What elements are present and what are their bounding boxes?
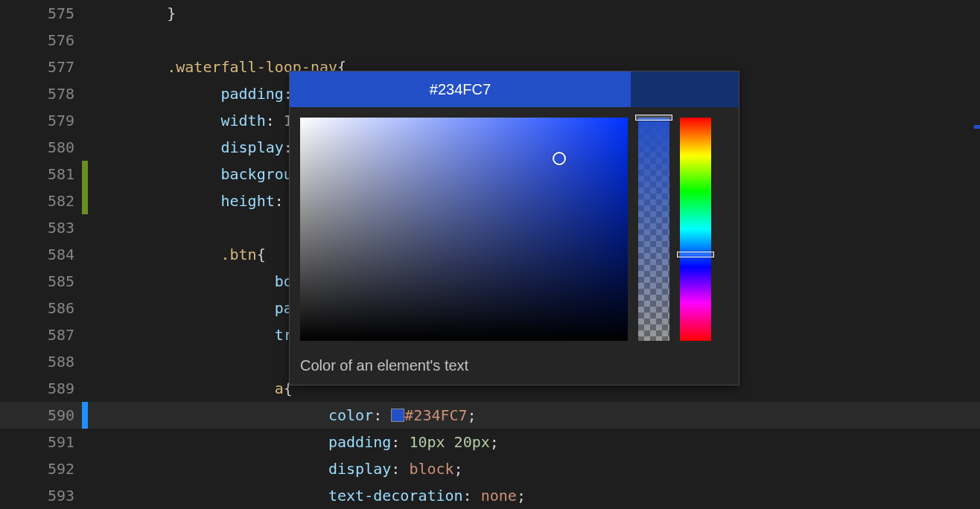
token: ;: [490, 433, 499, 451]
line-number: 580: [0, 138, 82, 156]
line-number: 592: [0, 460, 82, 478]
code-line[interactable]: 575 }: [0, 0, 980, 27]
color-picker-hex-value[interactable]: #234FC7: [290, 71, 631, 107]
line-number: 578: [0, 85, 82, 103]
token: padding: [328, 433, 391, 451]
token: ;: [517, 487, 526, 505]
token: display: [221, 138, 284, 156]
line-number: 588: [0, 353, 82, 371]
color-swatch-icon[interactable]: [391, 409, 404, 422]
token: width: [221, 112, 266, 129]
color-picker-description: Color of an element's text: [290, 351, 739, 385]
gutter-marker: [82, 54, 88, 80]
line-number: 581: [0, 165, 82, 183]
hue-slider[interactable]: [680, 118, 711, 341]
alpha-handle-icon[interactable]: [635, 115, 672, 121]
gutter-marker: [82, 214, 88, 241]
token: a: [275, 380, 284, 397]
token: height: [221, 192, 275, 210]
token: :: [373, 406, 391, 424]
token: :: [463, 487, 481, 505]
token: color: [328, 406, 373, 424]
token: none: [481, 487, 517, 505]
token: :: [391, 460, 409, 478]
gutter-marker: [82, 134, 88, 161]
gutter-marker: [82, 321, 88, 348]
token: text-decoration: [328, 487, 463, 505]
gutter-marker: [82, 429, 88, 455]
color-picker-popup: #234FC7 Color of an element's text: [289, 71, 739, 385]
line-number: 579: [0, 112, 82, 129]
gutter-marker: [82, 455, 88, 482]
token: ;: [468, 406, 477, 424]
saturation-handle-icon[interactable]: [553, 152, 566, 165]
line-number: 593: [0, 487, 82, 505]
token: 20px: [454, 433, 490, 451]
line-number: 590: [0, 406, 82, 424]
code-line[interactable]: 592 display: block;: [0, 455, 980, 482]
token: block: [409, 460, 454, 478]
line-number: 582: [0, 192, 82, 210]
gutter-marker: [82, 161, 88, 188]
token: .btn: [221, 246, 257, 263]
gutter-marker: [82, 375, 88, 402]
gutter-marker: [82, 27, 88, 54]
gutter-marker: [82, 482, 88, 509]
token: display: [328, 460, 391, 478]
line-number: 589: [0, 380, 82, 397]
gutter-marker: [82, 348, 88, 375]
color-picker-header-accent: [631, 71, 739, 107]
line-number: 591: [0, 433, 82, 451]
hue-handle-icon[interactable]: [677, 252, 714, 257]
gutter-marker: [82, 295, 88, 321]
code-content[interactable]: display: block;: [113, 460, 980, 478]
line-number: 585: [0, 272, 82, 290]
token: #234FC7: [404, 406, 467, 424]
code-editor[interactable]: 575 }576577 .waterfall-loop-nav{578 padd…: [0, 0, 980, 509]
code-line[interactable]: 593 text-decoration: none;: [0, 482, 980, 509]
gutter-marker: [82, 188, 88, 214]
gutter-marker: [82, 268, 88, 295]
line-number: 584: [0, 246, 82, 263]
line-number: 575: [0, 4, 82, 22]
gutter-marker: [82, 0, 88, 27]
code-content[interactable]: text-decoration: none;: [113, 487, 980, 505]
alpha-slider[interactable]: [638, 118, 669, 341]
token: }: [167, 4, 176, 22]
color-picker-header: #234FC7: [290, 71, 739, 107]
code-content[interactable]: }: [113, 4, 980, 22]
scrollbar-marker[interactable]: [974, 125, 980, 129]
code-line[interactable]: 591 padding: 10px 20px;: [0, 429, 980, 455]
line-number: 577: [0, 58, 82, 76]
code-line[interactable]: 576: [0, 27, 980, 54]
token: ;: [454, 460, 463, 478]
code-content[interactable]: padding: 10px 20px;: [113, 433, 980, 451]
color-picker-body: [290, 107, 739, 351]
line-number: 583: [0, 219, 82, 237]
token: 10px: [409, 433, 445, 451]
line-number: 576: [0, 31, 82, 49]
line-number: 586: [0, 299, 82, 317]
code-content[interactable]: color: #234FC7;: [113, 406, 980, 424]
gutter-marker: [82, 80, 88, 107]
token: [445, 433, 454, 451]
gutter-marker: [82, 107, 88, 134]
gutter-marker: [82, 241, 88, 268]
token: :: [391, 433, 409, 451]
code-line[interactable]: 590 color: #234FC7;: [0, 402, 980, 429]
line-number: 587: [0, 326, 82, 344]
gutter-marker: [82, 402, 88, 429]
token: backgrou: [221, 165, 293, 183]
token: {: [257, 246, 266, 263]
token: padding: [221, 85, 284, 103]
saturation-panel[interactable]: [300, 118, 628, 341]
token: :: [266, 112, 284, 129]
